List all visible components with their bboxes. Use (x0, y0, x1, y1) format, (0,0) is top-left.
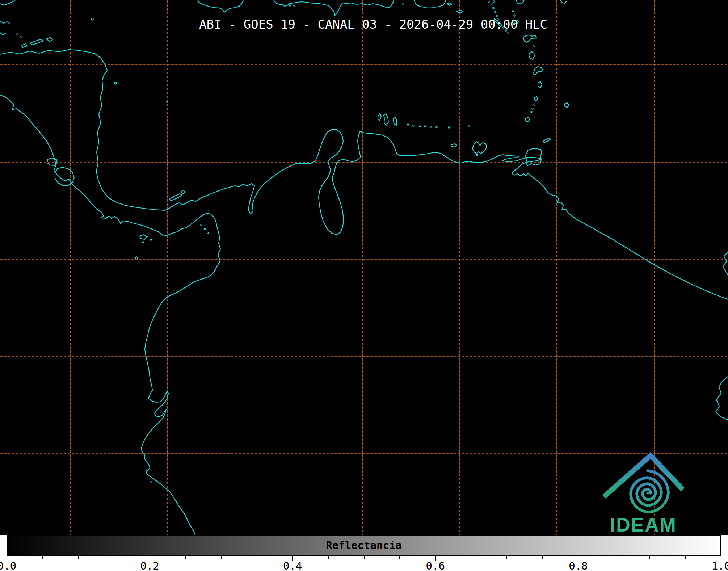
island-dot (488, 1, 489, 3)
island-dot (419, 126, 421, 127)
coastline-top-left-fragment-2 (0, 21, 9, 23)
coastline-dominica (529, 52, 534, 59)
colorbar-tick-label: 1.0 (712, 560, 728, 571)
colorbar-tick-label: 0.0 (0, 560, 16, 571)
island-dot (491, 3, 492, 4)
colorbar-footer: Reflectancia 0.00.20.40.60.81.0 (0, 535, 728, 571)
island-dot (91, 18, 93, 20)
coastline-caribbean-mainland (0, 50, 728, 299)
coastline-margarita (473, 142, 487, 154)
colorbar-tick-label: 0.2 (140, 560, 159, 571)
island-dot (407, 124, 409, 125)
coastline-amapa-edge-fragment (716, 377, 728, 420)
colorbar-minor-tick (114, 556, 114, 559)
coastline-grenada (525, 117, 530, 122)
coastline-bocas-del-toro (169, 194, 182, 201)
colorbar-minor-tick (399, 556, 400, 559)
colorbar-tick-label: 0.8 (569, 560, 588, 571)
coastline-barbados (564, 103, 569, 108)
coastline-la-tortuga (451, 144, 457, 147)
coastline-utila (22, 44, 27, 47)
island-dot (150, 482, 151, 483)
colorbar-minor-tick (364, 556, 365, 559)
colorbar-minor-tick (328, 556, 329, 559)
coastline-vieques (447, 3, 452, 5)
island-dot (114, 82, 117, 84)
logo-spiral-eye (647, 492, 649, 495)
island-dot (496, 15, 497, 17)
coastline-hispaniola-fragment (274, 0, 394, 16)
island-dot (135, 257, 138, 259)
coastline-bonaire (393, 117, 397, 125)
colorbar-tick-label: 0.4 (283, 560, 302, 571)
island-dot (495, 11, 496, 13)
logo-wordmark: IDEAM (610, 514, 677, 535)
colorbar-minor-tick (185, 556, 186, 559)
island-dot (293, 5, 294, 7)
island-dot (167, 101, 168, 102)
map-title: ABI - GOES 19 - CANAL 03 - 2026-04-29 00… (199, 17, 547, 32)
coastline-coiba (140, 235, 147, 239)
colorbar-minor-tick (78, 556, 79, 559)
island-dot (403, 4, 404, 5)
coastline-roatan (30, 39, 43, 45)
coastline-st-lucia (538, 82, 542, 88)
coastline-st-croix (457, 10, 463, 13)
coastline-lake-managua (47, 158, 57, 165)
coastline-aruba (378, 114, 381, 121)
island-dot (534, 45, 535, 46)
colorbar-minor-tick (649, 556, 650, 559)
island-dot (514, 15, 515, 16)
ideam-logo: IDEAM (597, 448, 690, 535)
colorbar-minor-tick (542, 556, 543, 559)
island-dot (533, 105, 534, 106)
island-dot (424, 126, 426, 127)
colorbar-tick-label: 0.6 (426, 560, 445, 571)
colorbar-minor-tick (42, 556, 43, 559)
logo-spiral-icon (631, 471, 668, 512)
colorbar-minor-tick (257, 556, 257, 559)
island-dot (476, 154, 478, 156)
colorbar-minor-tick (685, 556, 686, 559)
island-dot (430, 126, 432, 127)
coastline-guadeloupe (523, 35, 536, 42)
island-dot (201, 224, 202, 226)
colorbar-minor-tick (471, 556, 471, 559)
coastline-top-left-fragment-1 (0, 0, 15, 5)
coastline-top-right-fragment (560, 0, 567, 3)
island-dot (448, 127, 450, 128)
island-dot (531, 111, 532, 113)
coastline-jamaica-fragment (198, 0, 243, 12)
island-dot (508, 32, 509, 33)
island-dot (20, 37, 21, 38)
coastline-curacao (384, 114, 388, 126)
satellite-map-area: ABI - GOES 19 - CANAL 03 - 2026-04-29 00… (0, 0, 728, 535)
island-dot (532, 108, 533, 109)
coastline-tobago (543, 138, 550, 143)
island-dot (413, 125, 414, 126)
colorbar-minor-tick (506, 556, 507, 559)
coastline-pacific-mainland (0, 95, 220, 535)
coastline-guadeloupe-top-fragment (516, 0, 524, 4)
island-dot (207, 232, 209, 234)
coastline-essequibo-edge-fragment (723, 252, 728, 275)
island-dot (150, 239, 152, 240)
island-dot (468, 125, 470, 126)
island-dot (289, 5, 291, 6)
island-dot (493, 1, 495, 2)
coastline-guanaja (47, 37, 52, 42)
coastline-puerto-rico-fragment (414, 0, 446, 7)
island-dot (142, 242, 144, 243)
island-dot (493, 7, 494, 9)
island-dot (436, 126, 437, 128)
island-dot (512, 11, 514, 12)
coastline-bocas-islet (181, 190, 185, 194)
coastline-st-vincent (534, 97, 538, 101)
coastline-top-left-fragment-3 (0, 33, 6, 35)
island-dot (204, 228, 206, 230)
coastline-martinique (534, 67, 543, 75)
colorbar-minor-tick (221, 556, 222, 559)
island-dot (17, 34, 18, 35)
colorbar-minor-tick (614, 556, 614, 559)
colorbar-label: Reflectancia (326, 539, 402, 551)
